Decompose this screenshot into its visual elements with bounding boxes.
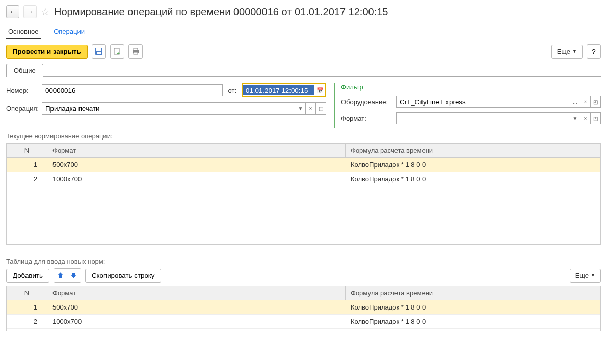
- from-label: от:: [228, 87, 236, 94]
- chevron-down-icon: ▼: [572, 49, 577, 54]
- col-header-n[interactable]: N: [7, 286, 47, 300]
- table-more-button[interactable]: Еще ▼: [570, 269, 601, 283]
- svg-rect-6: [134, 52, 138, 54]
- cell-n: 2: [7, 172, 47, 186]
- format-label: Формат:: [341, 115, 392, 122]
- operation-open-icon[interactable]: ◰: [316, 102, 326, 115]
- operation-label: Операция:: [6, 105, 37, 113]
- col-header-format[interactable]: Формат: [47, 286, 346, 300]
- cell-formula: КолвоПриладок * 1 8 0 0: [346, 158, 600, 172]
- nav-forward-button: →: [23, 5, 37, 18]
- input-section-label: Таблица для ввода новых норм:: [6, 258, 601, 265]
- col-header-formula[interactable]: Формула расчета времени: [346, 286, 600, 300]
- equipment-open-icon[interactable]: ◰: [591, 96, 601, 108]
- date-input[interactable]: [243, 85, 314, 95]
- svg-rect-1: [96, 48, 101, 51]
- filter-title: Фильтр: [341, 83, 601, 91]
- format-clear-icon[interactable]: ×: [580, 112, 591, 124]
- table-row[interactable]: 1 500х700 КолвоПриладок * 1 8 0 0: [7, 300, 600, 315]
- cell-n: 2: [7, 315, 47, 328]
- cell-formula: КолвоПриладок * 1 8 0 0: [346, 300, 600, 314]
- tab-operations[interactable]: Операции: [51, 24, 87, 38]
- move-down-button[interactable]: 🡇: [67, 269, 81, 282]
- move-up-button[interactable]: 🡅: [54, 269, 67, 282]
- current-grid: N Формат Формула расчета времени 1 500х7…: [6, 143, 601, 245]
- col-header-formula[interactable]: Формула расчета времени: [346, 144, 600, 157]
- cell-formula: КолвоПриладок * 1 8 0 0: [346, 315, 600, 328]
- sub-tab-general[interactable]: Общие: [6, 64, 43, 77]
- nav-back-button[interactable]: ←: [6, 5, 19, 18]
- equipment-input[interactable]: [396, 96, 570, 108]
- col-header-n[interactable]: N: [7, 144, 47, 157]
- help-button[interactable]: ?: [587, 44, 601, 59]
- section-separator: [6, 251, 601, 251]
- format-input[interactable]: [396, 112, 570, 124]
- post-and-close-button[interactable]: Провести и закрыть: [6, 45, 88, 59]
- cell-format: 500х700: [47, 300, 346, 314]
- table-row[interactable]: 2 1000х700 КолвоПриладок * 1 8 0 0: [7, 172, 600, 186]
- cell-format: 1000х700: [47, 315, 346, 328]
- table-row[interactable]: 2 1000х700 КолвоПриладок * 1 8 0 0: [7, 315, 600, 329]
- number-input[interactable]: [42, 84, 223, 96]
- chevron-down-icon: ▼: [591, 273, 595, 278]
- equipment-select-icon[interactable]: ...: [570, 96, 580, 108]
- cell-n: 1: [7, 300, 47, 314]
- cell-format: 1000х700: [47, 172, 346, 186]
- svg-rect-2: [97, 52, 101, 54]
- tab-main[interactable]: Основное: [6, 24, 41, 39]
- favorite-star-icon[interactable]: ☆: [41, 6, 50, 18]
- svg-rect-5: [134, 48, 138, 50]
- table-row[interactable]: 1 500х700 КолвоПриладок * 1 8 0 0: [7, 158, 600, 172]
- current-section-label: Текущее нормирование операции:: [6, 132, 601, 140]
- col-header-format[interactable]: Формат: [47, 144, 346, 157]
- more-button[interactable]: Еще ▼: [551, 45, 583, 59]
- add-row-button[interactable]: Добавить: [6, 269, 49, 283]
- cell-format: 500х700: [47, 158, 346, 172]
- cell-n: 1: [7, 158, 47, 172]
- copy-row-button[interactable]: Скопировать строку: [85, 269, 162, 283]
- calendar-icon[interactable]: 📅: [314, 84, 325, 96]
- operation-input[interactable]: [42, 102, 296, 115]
- save-icon[interactable]: [92, 44, 106, 59]
- input-grid: N Формат Формула расчета времени 1 500х7…: [6, 286, 601, 331]
- print-icon[interactable]: [128, 44, 143, 59]
- operation-dropdown-icon[interactable]: ▼: [296, 102, 306, 115]
- page-title: Нормирование операций по времени 0000001…: [54, 6, 388, 18]
- format-open-icon[interactable]: ◰: [591, 112, 601, 124]
- format-dropdown-icon[interactable]: ▼: [570, 112, 580, 124]
- equipment-clear-icon[interactable]: ×: [580, 96, 591, 108]
- operation-clear-icon[interactable]: ×: [306, 102, 316, 115]
- post-icon[interactable]: [110, 44, 124, 59]
- more-label: Еще: [557, 48, 570, 55]
- cell-formula: КолвоПриладок * 1 8 0 0: [346, 172, 600, 186]
- equipment-label: Оборудование:: [341, 98, 392, 106]
- table-more-label: Еще: [575, 272, 589, 279]
- number-label: Номер:: [6, 87, 37, 94]
